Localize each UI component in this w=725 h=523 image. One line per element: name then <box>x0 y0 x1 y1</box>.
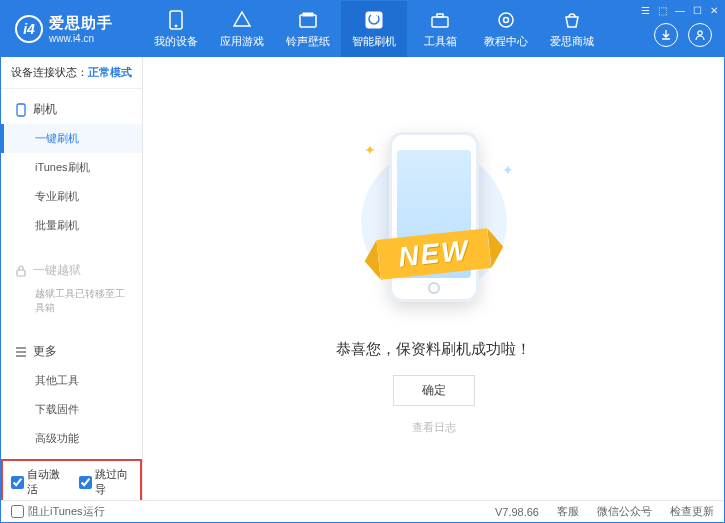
footer-update[interactable]: 检查更新 <box>670 504 714 519</box>
store-icon <box>562 10 582 30</box>
checkbox-input[interactable] <box>11 505 24 518</box>
close-icon[interactable]: ✕ <box>710 5 718 16</box>
sidebar-head-more[interactable]: 更多 <box>1 337 142 366</box>
lock-icon[interactable]: ⬚ <box>658 5 667 16</box>
nav-store[interactable]: 爱思商城 <box>539 1 605 57</box>
header-extra-icons <box>654 23 712 47</box>
ok-button[interactable]: 确定 <box>393 375 475 406</box>
version-label: V7.98.66 <box>495 506 539 518</box>
flash-icon <box>364 10 384 30</box>
sidebar-head-jailbreak: 一键越狱 <box>1 256 142 285</box>
svg-point-7 <box>499 13 513 27</box>
apps-icon <box>232 10 252 30</box>
nav-label: 铃声壁纸 <box>286 34 330 49</box>
nav-my-device[interactable]: 我的设备 <box>143 1 209 57</box>
success-message: 恭喜您，保资料刷机成功啦！ <box>336 340 531 359</box>
sidebar-item-pro-flash[interactable]: 专业刷机 <box>1 182 142 211</box>
wallpaper-icon <box>298 10 318 30</box>
window-controls: ☰ ⬚ — ☐ ✕ <box>641 5 718 16</box>
sidebar-head-label: 一键越狱 <box>33 262 81 279</box>
svg-rect-6 <box>437 14 443 17</box>
nav-label: 智能刷机 <box>352 34 396 49</box>
svg-point-1 <box>175 25 177 27</box>
download-icon[interactable] <box>654 23 678 47</box>
maximize-icon[interactable]: ☐ <box>693 5 702 16</box>
checkbox-skip-guide[interactable]: 跳过向导 <box>79 467 133 497</box>
svg-rect-5 <box>432 17 448 27</box>
app-url: www.i4.cn <box>49 33 113 44</box>
nav-flash[interactable]: 智能刷机 <box>341 1 407 57</box>
checkbox-input[interactable] <box>79 476 92 489</box>
device-icon <box>166 10 186 30</box>
main-nav: 我的设备 应用游戏 铃声壁纸 智能刷机 工具箱 教程中心 爱思商城 <box>143 1 605 57</box>
svg-point-8 <box>504 17 509 22</box>
logo-icon: i4 <box>15 15 43 43</box>
nav-label: 爱思商城 <box>550 34 594 49</box>
checkbox-block-itunes[interactable]: 阻止iTunes运行 <box>11 504 105 519</box>
flash-section-icon <box>15 104 27 116</box>
user-icon[interactable] <box>688 23 712 47</box>
nav-label: 工具箱 <box>424 34 457 49</box>
status-value: 正常模式 <box>88 66 132 78</box>
nav-label: 教程中心 <box>484 34 528 49</box>
success-illustration: ✦✦ NEW <box>354 122 514 322</box>
svg-rect-3 <box>303 13 313 16</box>
jailbreak-note: 越狱工具已转移至工具箱 <box>1 285 142 321</box>
sidebar-head-flash[interactable]: 刷机 <box>1 95 142 124</box>
sidebar-item-other-tools[interactable]: 其他工具 <box>1 366 142 395</box>
sidebar-head-label: 更多 <box>33 343 57 360</box>
checkbox-auto-activate[interactable]: 自动激活 <box>11 467 65 497</box>
sidebar-head-label: 刷机 <box>33 101 57 118</box>
help-icon <box>496 10 516 30</box>
svg-rect-10 <box>17 104 25 116</box>
sidebar-item-advanced[interactable]: 高级功能 <box>1 424 142 453</box>
sidebar-item-download-firmware[interactable]: 下载固件 <box>1 395 142 424</box>
nav-help[interactable]: 教程中心 <box>473 1 539 57</box>
app-title: 爱思助手 <box>49 14 113 33</box>
nav-apps[interactable]: 应用游戏 <box>209 1 275 57</box>
minimize-icon[interactable]: — <box>675 5 685 16</box>
footer: 阻止iTunes运行 V7.98.66 客服 微信公众号 检查更新 <box>1 500 724 522</box>
footer-wechat[interactable]: 微信公众号 <box>597 504 652 519</box>
main-panel: ✦✦ NEW 恭喜您，保资料刷机成功啦！ 确定 查看日志 <box>143 57 724 500</box>
logo-area: i4 爱思助手 www.i4.cn <box>1 14 143 44</box>
footer-service[interactable]: 客服 <box>557 504 579 519</box>
svg-rect-2 <box>300 15 316 27</box>
sidebar-item-oneclick-flash[interactable]: 一键刷机 <box>1 124 142 153</box>
lock-section-icon <box>15 265 27 277</box>
flash-options-highlight: 自动激活 跳过向导 <box>1 459 142 500</box>
view-log-link[interactable]: 查看日志 <box>412 420 456 435</box>
sidebar: 设备连接状态：正常模式 刷机 一键刷机 iTunes刷机 专业刷机 批量刷机 一… <box>1 57 143 500</box>
svg-rect-11 <box>17 270 25 276</box>
nav-label: 应用游戏 <box>220 34 264 49</box>
svg-point-9 <box>698 31 702 35</box>
sidebar-item-itunes-flash[interactable]: iTunes刷机 <box>1 153 142 182</box>
menu-icon[interactable]: ☰ <box>641 5 650 16</box>
checkbox-input[interactable] <box>11 476 24 489</box>
toolbox-icon <box>430 10 450 30</box>
app-header: i4 爱思助手 www.i4.cn 我的设备 应用游戏 铃声壁纸 智能刷机 工具… <box>1 1 724 57</box>
sidebar-item-batch-flash[interactable]: 批量刷机 <box>1 211 142 240</box>
nav-label: 我的设备 <box>154 34 198 49</box>
connection-status: 设备连接状态：正常模式 <box>1 57 142 89</box>
nav-wallpaper[interactable]: 铃声壁纸 <box>275 1 341 57</box>
status-label: 设备连接状态： <box>11 66 88 78</box>
nav-toolbox[interactable]: 工具箱 <box>407 1 473 57</box>
more-section-icon <box>15 346 27 358</box>
